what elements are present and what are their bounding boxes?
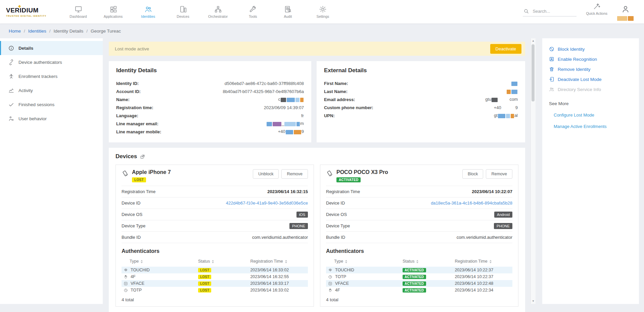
redacted-username — [617, 15, 634, 21]
veridium-logo[interactable]: VERIDIUM TRUSTED DIGITAL IDENTITY — [6, 7, 57, 17]
device-id-link[interactable]: 422d4b67-f10e-41a9-9e40-3e56d036e5ce — [226, 200, 308, 206]
column-header-status[interactable]: Status — [401, 258, 453, 267]
authenticator-status-badge: LOST — [198, 288, 211, 293]
redacted-field-value: +409 — [278, 129, 304, 134]
quick-actions-button[interactable]: Quick Actions — [586, 2, 607, 15]
enable-recognition-icon — [549, 56, 554, 62]
nav-item-devices[interactable]: Devices — [173, 5, 193, 18]
column-header-type[interactable]: Type — [122, 258, 196, 267]
external-details-card: External Details First Name: Last Name: … — [317, 61, 525, 142]
sidebar-item-enrollment-trackers[interactable]: Enrollment trackers — [0, 69, 103, 83]
nav-item-tools[interactable]: Tools — [243, 5, 263, 18]
authenticator-status-badge: LOST — [198, 275, 211, 279]
sidebar-item-label: Device authenticators — [18, 60, 62, 65]
authenticators-title: Authenticators — [326, 248, 512, 254]
breadcrumb: Home / Identities / Identity Details / G… — [0, 24, 644, 38]
unblock-device-button[interactable]: Unblock — [253, 169, 279, 179]
device-name: Apple iPhone 7 — [132, 169, 171, 175]
nav-item-applications[interactable]: Applications — [103, 5, 123, 18]
scroll-up-arrow[interactable]: ▲ — [531, 38, 536, 44]
sort-icon — [490, 260, 492, 263]
orchestrator-icon — [214, 5, 222, 13]
column-header-status[interactable]: Status — [196, 258, 248, 267]
scrollbar-thumb[interactable] — [532, 44, 535, 101]
scroll-down-arrow[interactable]: ▼ — [531, 299, 536, 304]
redaction-block — [294, 130, 301, 134]
device-status-badge: ACTIVATED — [336, 177, 361, 182]
field-account-id: Account ID: 8b40ad7f-b077-4325-96b7-0e4f… — [116, 87, 304, 95]
deactivate-lost-mode-action[interactable]: Deactivate Lost Mode — [549, 77, 632, 82]
totp-clock-icon — [124, 288, 128, 293]
field-label: Device ID — [122, 200, 140, 206]
nav-item-settings[interactable]: Settings — [313, 5, 332, 18]
field-label: UPN: — [324, 113, 335, 118]
field-value: 2023/06/09 14:39:07 — [264, 105, 304, 110]
field-line-manager-email: Line manager email: _m — [116, 120, 304, 128]
column-header-registration-time[interactable]: Registration Time — [453, 258, 512, 267]
search-icon[interactable] — [523, 8, 529, 14]
see-more-heading: See More — [549, 101, 632, 106]
device-fields: Registration Time 2023/06/14 16:32:15 De… — [122, 186, 308, 243]
device-name: POCO POCO X3 Pro — [336, 169, 388, 175]
sidebar-item-finished-sessions[interactable]: Finished sessions — [0, 97, 103, 112]
remove-device-button[interactable]: Remove — [281, 169, 308, 179]
field-line-manager-mobile: Line manager mobile: +409 — [116, 128, 304, 136]
remove-device-button[interactable]: Remove — [486, 169, 512, 179]
fingerprint-icon — [124, 268, 128, 272]
nav-item-audit[interactable]: Audit — [278, 5, 297, 18]
redaction-block — [617, 16, 627, 21]
redacted-visible-text: c — [278, 97, 280, 102]
topnav-right-section: Quick Actions — [523, 2, 634, 21]
field-label: Registration Time — [326, 189, 360, 194]
authenticator-row: 4F LOST 2023/06/14 16:32:55 — [122, 273, 308, 280]
block-device-button[interactable]: Block — [462, 169, 484, 179]
totp-clock-icon — [328, 275, 332, 279]
field-value: com.veridiumid.authenticator — [457, 235, 512, 240]
sidebar-item-user-behavior[interactable]: User behavior — [0, 112, 103, 126]
devices-section: Devices Apple iPhone 7 LOST — [109, 148, 525, 312]
breadcrumb-identity-details: Identity Details — [54, 29, 84, 34]
redacted-field-value: gtucom — [485, 97, 518, 102]
field-label: Device OS — [326, 212, 347, 217]
redacted-visible-text: 9 — [515, 105, 518, 110]
breadcrumb-separator: / — [49, 29, 51, 34]
device-id-link[interactable]: da18ec5a-361a-4c16-b4b6-894cbafa5b28 — [431, 200, 512, 206]
breadcrumb-home[interactable]: Home — [9, 29, 21, 34]
sidebar-item-device-authenticators[interactable]: Device authenticators — [0, 55, 103, 69]
configure-lost-mode-link[interactable]: Configure Lost Mode — [554, 113, 632, 118]
authenticator-time: 2023/06/14 10:22:48 — [453, 280, 512, 287]
nav-item-orchestrator[interactable]: Orchestrator — [208, 5, 228, 18]
directory-service-icon — [549, 87, 554, 92]
main-scrollbar[interactable]: ▲ ▼ — [531, 38, 536, 304]
enrollment-trackers-icon — [8, 74, 14, 79]
lost-mode-banner: Lost mode active Deactivate — [109, 42, 525, 56]
manage-active-enrollments-link[interactable]: Manage Active Enrollments — [554, 124, 632, 129]
device-type-badge: PHONE — [494, 223, 512, 229]
search-input[interactable] — [533, 9, 574, 14]
redacted-visible-text: _ — [282, 121, 284, 126]
expand-devices-icon[interactable] — [140, 154, 145, 159]
authenticator-status-badge: ACTIVATED — [403, 275, 426, 279]
redaction-block — [498, 114, 505, 118]
field-value: com.veridiumid.authenticator — [252, 235, 308, 240]
sidebar-item-details[interactable]: Details — [0, 41, 103, 55]
sidebar-item-label: Activity — [18, 88, 33, 93]
field-label: Language: — [116, 113, 138, 118]
device-card-apple-iphone-7: Apple iPhone 7 LOST Unblock Remove Regis… — [116, 165, 314, 307]
deactivate-lost-mode-button[interactable]: Deactivate — [490, 44, 521, 54]
sort-icon — [416, 260, 418, 263]
column-header-registration-time[interactable]: Registration Time — [248, 258, 308, 267]
nav-label: Settings — [316, 14, 329, 18]
device-os-row: Device OS Android — [326, 209, 512, 220]
enable-recognition-action[interactable]: Enable Recognition — [549, 56, 632, 62]
user-menu[interactable] — [617, 2, 634, 21]
nav-item-dashboard[interactable]: Dashboard — [68, 5, 88, 18]
authenticators-total: 4 total — [326, 297, 512, 302]
column-header-type[interactable]: Type — [326, 258, 401, 267]
sidebar-item-activity[interactable]: Activity — [0, 83, 103, 97]
breadcrumb-identities[interactable]: Identities — [28, 29, 46, 34]
block-identity-action[interactable]: Block Identity — [549, 46, 632, 52]
remove-identity-action[interactable]: Remove Identity — [549, 66, 632, 72]
nav-item-identities[interactable]: Identities — [138, 5, 158, 18]
field-language: Language: fr — [116, 112, 304, 120]
